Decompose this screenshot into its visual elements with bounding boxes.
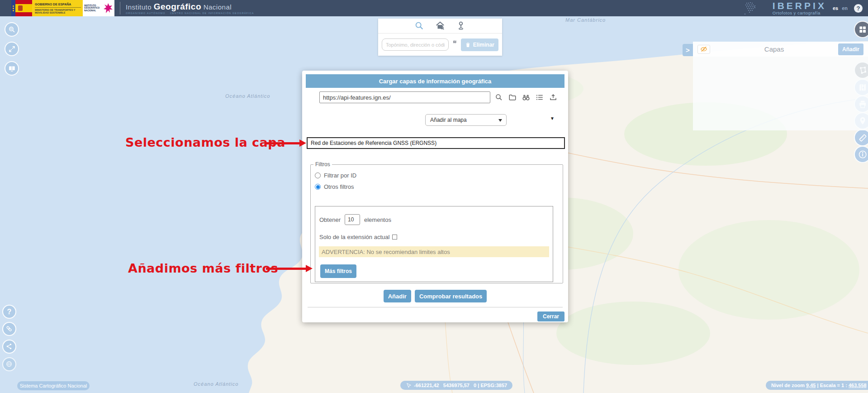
brand-title: Instituto Geográfico Nacional ORGANISMO … [120,2,258,14]
list-icon[interactable] [536,93,544,101]
globe-button[interactable] [2,357,16,371]
basemap-grid-button[interactable] [854,21,868,38]
map-label-sea: Océano Atlántico [225,93,270,99]
filters-fieldset: Filtros Filtrar por ID Otros filtros Obt… [310,161,563,283]
upload-icon[interactable] [549,93,557,101]
eye-slash-icon [700,46,707,52]
dropdown-arrow-icon[interactable]: ▼ [550,116,555,121]
search-tab[interactable] [414,21,424,31]
annotation-add-filters: Añadimos más filtros [128,261,278,275]
other-filters-option[interactable]: Otros filtros [315,183,563,190]
scale-value[interactable]: 463.558 [849,383,867,388]
measure-ruler-icon [858,133,867,142]
search-icon[interactable] [495,93,503,101]
zoom-scale-readout: Nivel de zoom 9,45 | Escala = 1 : 463.55… [766,381,868,390]
filter-by-id-option[interactable]: Filtrar por ID [315,172,563,179]
layers-visibility-button[interactable] [697,45,710,54]
cnig-logo-icon [103,2,113,14]
radio-checked-icon[interactable] [315,184,321,190]
compare-screens-icon [8,65,16,72]
layer-select[interactable]: Red de Estaciones de Referencia GNSS (ER… [307,137,565,149]
map-sheet-icon [453,40,457,44]
select-chevron-icon [498,119,502,122]
home-search-icon [435,21,445,31]
map-label-sea: Mar Cantábrico [565,17,606,23]
measure-button[interactable] [854,129,868,146]
basemap-grid-icon [858,25,867,34]
lang-en-button[interactable]: en [842,5,848,11]
warning-banner: ADVERTENCIA: No se recomiendan limites a… [319,246,549,257]
fullscreen-icon [8,45,16,53]
zoom-level-value[interactable]: 9,45 [806,383,816,388]
add-layer-button[interactable]: Añadir [384,290,411,302]
map-label-sea: Océano Atlántico [194,381,238,387]
share-icon [5,343,13,350]
layers-panel: Capas Añadir [693,42,868,130]
scale-label: | Escala = 1 : [816,383,848,388]
service-url-input[interactable] [319,91,490,103]
fullscreen-button[interactable] [5,42,19,56]
globe-icon [5,360,13,368]
add-mode-select[interactable]: Añadir al mapa [425,114,507,126]
load-layers-dialog: Cargar capas de información geográfica A… [302,71,568,322]
ministry-label: GOBIERNO DE ESPAÑA MINISTERIO DE TRANSPO… [32,0,83,16]
more-filters-button[interactable]: Más filtros [320,264,356,278]
zoom-level-label: Nivel de zoom [771,383,806,388]
chevron-right-icon: > [686,46,690,54]
toponym-search-input[interactable] [382,38,449,51]
home-search-tab[interactable] [435,21,445,31]
coordinates-readout: -661221,42 5436975,57 0 | EPSG:3857 [400,381,512,390]
search-icon [414,21,424,31]
share-button[interactable] [2,340,16,354]
help-panel-button[interactable]: ? [2,305,16,319]
search-panel: Eliminar [378,19,502,56]
ign-logo: INSTITUTO GEOGRÁFICO NACIONAL [83,0,114,16]
other-filters-box: Obtener elementos Solo de la extensión a… [315,206,553,282]
close-dialog-button[interactable]: Cerrar [537,312,564,321]
annotation-select-layer: Seleccionamos la capa [125,135,285,149]
dialog-divider [308,307,563,307]
zoom-extent-icon [8,26,16,34]
zoom-extent-button[interactable] [5,22,19,37]
filters-legend: Filtros [313,161,332,168]
trash-icon [465,42,471,48]
cursor-icon [406,383,412,388]
spain-dots-icon [743,1,769,15]
radio-unchecked-icon[interactable] [315,173,321,178]
government-logo: GOBIERNO DE ESPAÑA MINISTERIO DE TRANSPO… [11,0,114,16]
permalink-button[interactable] [2,322,16,336]
info-icon [858,150,867,159]
elements-label: elementos [364,216,391,223]
spain-flag-icon [11,0,32,16]
layers-panel-title: Capas [710,45,838,53]
help-button[interactable]: ? [854,4,863,13]
dialog-title: Cargar capas de información geográfica [306,74,564,88]
iberpix-logo: IBERPIX Ortofotos y cartografía [743,1,826,15]
map-sheet-button[interactable] [453,40,457,50]
layers-panel-collapse-button[interactable]: > [683,44,693,56]
link-icon [5,325,13,332]
delete-search-button[interactable]: Eliminar [461,38,498,51]
obtain-label: Obtener [319,216,341,223]
extent-checkbox[interactable] [392,235,397,240]
feature-info-button[interactable] [854,146,868,163]
help-icon: ? [7,308,12,316]
check-results-button[interactable]: Comprobar resultados [415,290,487,302]
street-marker-tab[interactable] [456,21,466,31]
folder-icon[interactable] [508,93,517,101]
compare-screens-button[interactable] [5,61,19,76]
element-count-input[interactable] [345,214,360,225]
lang-es-button[interactable]: es [833,5,838,11]
national-cartographic-system-badge: Sistema Cartográfico Nacional [17,381,90,390]
layers-add-button[interactable]: Añadir [838,43,863,55]
extent-label: Solo de la extensión actual [319,234,389,240]
binoculars-icon[interactable] [522,93,530,101]
app-header: GOBIERNO DE ESPAÑA MINISTERIO DE TRANSPO… [0,0,868,16]
street-marker-icon [456,21,466,31]
